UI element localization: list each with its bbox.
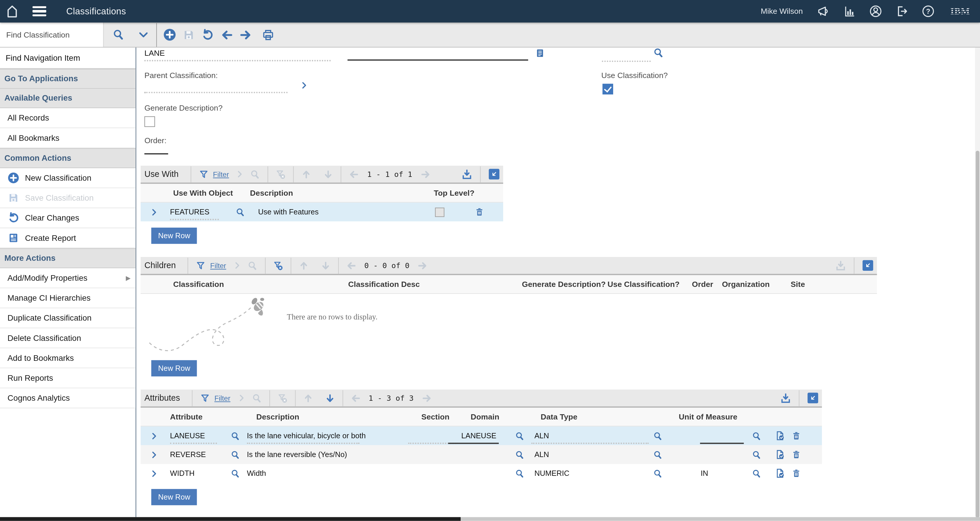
sidebar-item-add-modify-properties[interactable]: Add/Modify Properties ▶ — [0, 268, 136, 288]
attribute-datatype-value[interactable]: ALN — [534, 432, 549, 440]
parent-classification-field[interactable] — [144, 81, 287, 93]
attribute-domain-value[interactable]: LANEUSE — [461, 432, 496, 440]
print-icon[interactable] — [262, 29, 274, 41]
menu-hamburger-icon[interactable] — [33, 4, 46, 19]
col-organization[interactable]: Organization — [722, 280, 791, 288]
col-site[interactable]: Site — [791, 280, 805, 288]
use-with-object-value[interactable]: FEATURES — [170, 208, 210, 217]
apply-classification-icon[interactable] — [775, 450, 785, 460]
previous-record-icon[interactable] — [221, 29, 233, 41]
attribute-value[interactable]: REVERSE — [170, 450, 206, 459]
vertical-scrollbar-thumb[interactable] — [975, 151, 979, 518]
attribute-row[interactable]: REVERSE Is the lane reversible (Yes/No) … — [141, 445, 822, 464]
col-data-type[interactable]: Data Type — [541, 413, 679, 421]
classification-field[interactable]: LANE — [144, 49, 331, 61]
attribute-datatype-value[interactable]: NUMERIC — [534, 469, 569, 478]
generate-description-checkbox[interactable] — [144, 116, 155, 127]
filter-link[interactable]: Filter — [214, 394, 230, 402]
apply-classification-icon[interactable] — [775, 431, 785, 441]
next-record-icon[interactable] — [239, 29, 252, 41]
collapse-table-button[interactable] — [862, 260, 873, 271]
datatype-select-icon[interactable] — [653, 431, 662, 441]
advanced-search-chevron-icon[interactable] — [138, 29, 149, 40]
sidebar-item-delete-classification[interactable]: Delete Classification — [0, 328, 136, 348]
row-expand-icon[interactable] — [150, 451, 158, 459]
attribute-description-value[interactable]: Is the lane reversible (Yes/No) — [247, 450, 347, 459]
attribute-value[interactable]: LANEUSE — [170, 432, 205, 440]
uom-select-icon[interactable] — [752, 469, 761, 478]
download-icon[interactable] — [461, 168, 473, 180]
object-select-icon[interactable] — [236, 207, 245, 217]
use-with-row[interactable]: FEATURES Use with Features — [141, 203, 503, 221]
sidebar-item-manage-ci-hierarchies[interactable]: Manage CI Hierarchies — [0, 288, 136, 308]
attribute-description-value[interactable]: Width — [247, 469, 266, 478]
help-icon[interactable] — [922, 5, 934, 18]
attribute-datatype-value[interactable]: ALN — [534, 450, 549, 459]
attribute-select-icon[interactable] — [231, 450, 240, 459]
col-generate-description[interactable]: Generate Description? — [522, 280, 608, 288]
col-order[interactable]: Order — [692, 280, 722, 288]
col-description[interactable]: Description — [256, 413, 422, 421]
filter-icon[interactable] — [199, 169, 208, 179]
delete-row-icon[interactable] — [474, 207, 484, 217]
col-use-classification[interactable]: Use Classification? — [608, 280, 692, 288]
logout-icon[interactable] — [895, 5, 908, 18]
row-expand-icon[interactable] — [150, 432, 158, 440]
filter-icon[interactable] — [196, 260, 206, 271]
row-expand-icon[interactable] — [150, 208, 158, 216]
col-top-level[interactable]: Top Level? — [434, 189, 474, 198]
use-with-description-value[interactable]: Use with Features — [245, 208, 435, 217]
row-expand-icon[interactable] — [150, 469, 158, 478]
delete-row-icon[interactable] — [791, 450, 801, 460]
col-section[interactable]: Section — [422, 413, 471, 421]
col-classification-desc[interactable]: Classification Desc — [348, 280, 522, 288]
horizontal-scrollbar[interactable] — [0, 517, 980, 521]
domain-select-icon[interactable] — [515, 469, 524, 478]
reports-chart-icon[interactable] — [843, 5, 855, 18]
sidebar-item-add-to-bookmarks[interactable]: Add to Bookmarks — [0, 348, 136, 368]
vertical-scrollbar[interactable] — [975, 48, 980, 518]
use-with-new-row-button[interactable]: New Row — [151, 228, 197, 244]
long-description-icon[interactable] — [535, 48, 545, 58]
attribute-uom-value[interactable]: IN — [700, 469, 708, 478]
col-domain[interactable]: Domain — [471, 413, 541, 421]
clear-filter-icon[interactable] — [273, 260, 283, 271]
sidebar-header-go-to-applications[interactable]: Go To Applications — [0, 69, 136, 89]
sidebar-item-cognos-analytics[interactable]: Cognos Analytics — [0, 389, 136, 408]
attribute-select-icon[interactable] — [231, 469, 240, 478]
filter-link[interactable]: Filter — [213, 170, 229, 178]
attribute-row[interactable]: WIDTH Width NUMERIC IN — [141, 464, 822, 483]
attribute-value[interactable]: WIDTH — [170, 469, 195, 478]
delete-row-icon[interactable] — [791, 468, 801, 478]
col-use-with-object[interactable]: Use With Object — [173, 189, 250, 198]
attribute-description-value[interactable]: Is the lane vehicular, bicycle or both — [247, 432, 366, 440]
profile-icon[interactable] — [869, 5, 882, 18]
classification-path-search-icon[interactable] — [653, 48, 663, 58]
classification-description-input[interactable] — [347, 49, 528, 61]
sidebar-header-common-actions[interactable]: Common Actions — [0, 148, 136, 168]
user-name[interactable]: Mike Wilson — [760, 7, 803, 16]
collapse-table-button[interactable] — [808, 393, 818, 403]
sidebar-header-more-actions[interactable]: More Actions — [0, 248, 136, 268]
sidebar-find-navigation[interactable]: Find Navigation Item — [0, 48, 136, 69]
classification-path-field[interactable] — [602, 50, 651, 62]
download-icon[interactable] — [780, 392, 791, 404]
sidebar-item-clear-changes[interactable]: Clear Changes — [0, 208, 136, 228]
attributes-new-row-button[interactable]: New Row — [151, 489, 197, 505]
apply-classification-icon[interactable] — [775, 468, 785, 478]
filter-icon[interactable] — [200, 393, 210, 403]
attribute-row[interactable]: LANEUSE Is the lane vehicular, bicycle o… — [141, 427, 822, 445]
horizontal-scrollbar-thumb[interactable] — [0, 517, 461, 521]
delete-row-icon[interactable] — [791, 431, 801, 441]
clear-changes-icon[interactable] — [201, 29, 214, 41]
col-classification[interactable]: Classification — [161, 280, 348, 288]
move-row-down-icon[interactable] — [325, 393, 335, 403]
filter-link[interactable]: Filter — [210, 262, 226, 269]
datatype-select-icon[interactable] — [653, 469, 662, 478]
sidebar-item-new-classification[interactable]: New Classification — [0, 168, 136, 188]
new-record-icon[interactable] — [163, 28, 176, 41]
sidebar-item-all-bookmarks[interactable]: All Bookmarks — [0, 128, 136, 148]
find-classification-input[interactable] — [5, 30, 101, 40]
sidebar-item-duplicate-classification[interactable]: Duplicate Classification — [0, 308, 136, 328]
domain-select-icon[interactable] — [515, 450, 524, 459]
